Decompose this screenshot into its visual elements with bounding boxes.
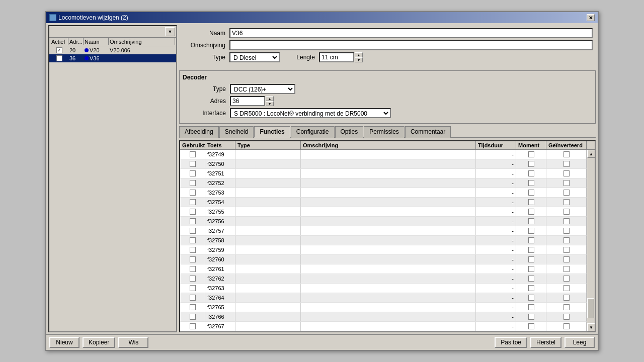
- tab-snelheid[interactable]: Snelheid: [219, 126, 254, 138]
- active-checkbox-v20[interactable]: [56, 47, 62, 53]
- type-cell: [235, 159, 301, 168]
- gebruikt-cell: [180, 303, 205, 312]
- moment-checkbox[interactable]: [528, 314, 534, 320]
- decoder-type-select[interactable]: DCC (126)+: [230, 84, 295, 94]
- geinverteerd-checkbox[interactable]: [564, 247, 570, 253]
- gebruikt-checkbox[interactable]: [190, 170, 196, 176]
- omschrijving-cell: [301, 226, 476, 235]
- geinverteerd-checkbox[interactable]: [564, 323, 570, 329]
- pas-toe-button[interactable]: Pas toe: [495, 337, 527, 348]
- moment-checkbox[interactable]: [528, 228, 534, 234]
- scroll-thumb[interactable]: [587, 298, 594, 318]
- geinverteerd-checkbox[interactable]: [564, 199, 570, 205]
- lengte-up[interactable]: ▲: [355, 52, 363, 57]
- tab-functies[interactable]: Functies: [254, 126, 290, 138]
- kopieer-button[interactable]: Kopieer: [83, 337, 115, 348]
- omschrijving-cell: [301, 169, 476, 178]
- geinverteerd-checkbox[interactable]: [564, 276, 570, 282]
- herstel-button[interactable]: Herstel: [530, 337, 561, 348]
- gebruikt-checkbox[interactable]: [190, 285, 196, 291]
- gebruikt-checkbox[interactable]: [190, 247, 196, 253]
- gebruikt-checkbox[interactable]: [190, 256, 196, 262]
- leeg-button[interactable]: Leeg: [565, 337, 595, 348]
- moment-checkbox[interactable]: [528, 209, 534, 215]
- geinverteerd-checkbox[interactable]: [564, 151, 570, 157]
- geinverteerd-checkbox[interactable]: [564, 256, 570, 262]
- gebruikt-checkbox[interactable]: [190, 218, 196, 224]
- gebruikt-checkbox[interactable]: [190, 180, 196, 186]
- gebruikt-checkbox[interactable]: [190, 151, 196, 157]
- geinverteerd-checkbox[interactable]: [564, 170, 570, 176]
- moment-checkbox[interactable]: [528, 237, 534, 243]
- geinverteerd-checkbox[interactable]: [564, 190, 570, 196]
- geinverteerd-checkbox[interactable]: [564, 237, 570, 243]
- gebruikt-checkbox[interactable]: [190, 209, 196, 215]
- moment-checkbox[interactable]: [528, 276, 534, 282]
- adres-spinner: ▲ ▼: [266, 96, 274, 106]
- moment-checkbox[interactable]: [528, 256, 534, 262]
- moment-checkbox[interactable]: [528, 304, 534, 310]
- moment-checkbox[interactable]: [528, 218, 534, 224]
- gebruikt-checkbox[interactable]: [190, 266, 196, 272]
- moment-checkbox[interactable]: [528, 161, 534, 167]
- adres-up[interactable]: ▲: [266, 96, 274, 101]
- list-item-selected[interactable]: 36 V36: [49, 54, 176, 62]
- moment-checkbox[interactable]: [528, 190, 534, 196]
- geinverteerd-checkbox[interactable]: [564, 180, 570, 186]
- adres-input[interactable]: [230, 96, 265, 106]
- geinverteerd-checkbox[interactable]: [564, 161, 570, 167]
- close-button[interactable]: ✕: [587, 14, 595, 21]
- geinverteerd-checkbox[interactable]: [564, 209, 570, 215]
- moment-checkbox[interactable]: [528, 295, 534, 301]
- geinverteerd-checkbox[interactable]: [564, 228, 570, 234]
- geinverteerd-checkbox[interactable]: [564, 266, 570, 272]
- scrollbar[interactable]: ▲ ▼: [587, 150, 595, 331]
- lengte-container: ▲ ▼: [319, 52, 363, 62]
- tab-permissies[interactable]: Permissies: [364, 126, 405, 138]
- lengte-input[interactable]: [319, 52, 354, 62]
- naam-input[interactable]: [229, 28, 593, 38]
- scroll-down[interactable]: ▼: [587, 323, 595, 331]
- adres-down[interactable]: ▼: [266, 101, 274, 106]
- scroll-up[interactable]: ▲: [587, 150, 595, 158]
- tab-commentaar[interactable]: Commentaar: [405, 126, 451, 138]
- tab-afbeelding[interactable]: Afbeelding: [179, 126, 219, 138]
- list-item[interactable]: 20 V20 V20.006: [49, 46, 176, 54]
- gebruikt-checkbox[interactable]: [190, 295, 196, 301]
- moment-checkbox[interactable]: [528, 247, 534, 253]
- geinverteerd-checkbox[interactable]: [564, 304, 570, 310]
- gebruikt-checkbox[interactable]: [190, 190, 196, 196]
- dropdown-button[interactable]: ▼: [165, 27, 175, 36]
- wis-button[interactable]: Wis: [118, 337, 148, 348]
- gebruikt-checkbox[interactable]: [190, 314, 196, 320]
- moment-checkbox[interactable]: [528, 151, 534, 157]
- gebruikt-checkbox[interactable]: [190, 276, 196, 282]
- moment-checkbox[interactable]: [528, 323, 534, 329]
- moment-checkbox[interactable]: [528, 199, 534, 205]
- gebruikt-checkbox[interactable]: [190, 304, 196, 310]
- gebruikt-checkbox[interactable]: [190, 161, 196, 167]
- geinverteerd-checkbox[interactable]: [564, 314, 570, 320]
- gebruikt-checkbox[interactable]: [190, 237, 196, 243]
- tab-opties[interactable]: Opties: [335, 126, 364, 138]
- moment-checkbox[interactable]: [528, 170, 534, 176]
- type-select[interactable]: D Diesel: [229, 52, 280, 62]
- omschrijving-cell: [301, 217, 476, 226]
- gebruikt-cell: [180, 284, 205, 293]
- gebruikt-checkbox[interactable]: [190, 228, 196, 234]
- omschrijving-input[interactable]: [229, 40, 593, 50]
- geinverteerd-checkbox[interactable]: [564, 218, 570, 224]
- active-checkbox-v36[interactable]: [56, 55, 62, 61]
- moment-checkbox[interactable]: [528, 285, 534, 291]
- gebruikt-checkbox[interactable]: [190, 323, 196, 329]
- tab-configuratie[interactable]: Configuratie: [291, 126, 335, 138]
- gebruikt-cell: [180, 312, 205, 321]
- geinverteerd-checkbox[interactable]: [564, 295, 570, 301]
- interface-select[interactable]: S DR5000 : LocoNet® verbinding met de DR…: [230, 108, 391, 118]
- moment-checkbox[interactable]: [528, 180, 534, 186]
- gebruikt-checkbox[interactable]: [190, 199, 196, 205]
- nieuw-button[interactable]: Nieuw: [49, 337, 79, 348]
- lengte-down[interactable]: ▼: [355, 57, 363, 62]
- moment-checkbox[interactable]: [528, 266, 534, 272]
- geinverteerd-checkbox[interactable]: [564, 285, 570, 291]
